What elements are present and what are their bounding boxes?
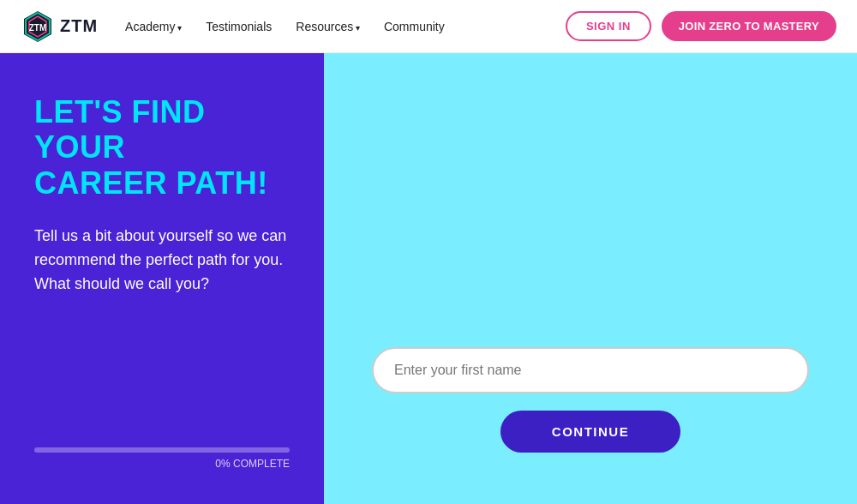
nav-link-community[interactable]: Community xyxy=(384,20,445,33)
nav-item-community[interactable]: Community xyxy=(384,19,445,34)
nav-item-academy[interactable]: Academy xyxy=(125,19,182,34)
navbar-left: ZTM ZTM Academy Testimonials Resources C… xyxy=(21,9,445,44)
heading-line2: CAREER PATH! xyxy=(34,165,268,201)
description: Tell us a bit about yourself so we can r… xyxy=(34,225,290,297)
heading: LET'S FIND YOUR CAREER PATH! xyxy=(34,94,290,201)
nav-item-resources[interactable]: Resources xyxy=(296,19,360,34)
nav-link-academy[interactable]: Academy xyxy=(125,20,182,33)
first-name-input[interactable] xyxy=(372,347,809,393)
nav-link-testimonials[interactable]: Testimonials xyxy=(206,20,272,33)
progress-bar-background xyxy=(34,447,290,453)
nav-link-resources[interactable]: Resources xyxy=(296,20,360,33)
sign-in-button[interactable]: SIGN IN xyxy=(566,11,651,41)
heading-line1: LET'S FIND YOUR xyxy=(34,94,206,165)
form-area: CONTINUE xyxy=(324,347,857,453)
logo-wordmark: ZTM xyxy=(60,16,98,36)
continue-button[interactable]: CONTINUE xyxy=(500,411,680,453)
main-content: LET'S FIND YOUR CAREER PATH! Tell us a b… xyxy=(0,53,857,504)
nav-links: Academy Testimonials Resources Community xyxy=(125,19,445,34)
logo-icon: ZTM xyxy=(21,9,55,44)
progress-container: 0% COMPLETE xyxy=(34,447,290,470)
nav-item-testimonials[interactable]: Testimonials xyxy=(206,19,272,34)
navbar-right: SIGN IN JOIN ZERO TO MASTERY xyxy=(566,11,836,41)
progress-label: 0% COMPLETE xyxy=(34,458,290,470)
left-panel: LET'S FIND YOUR CAREER PATH! Tell us a b… xyxy=(0,53,324,504)
right-panel: CONTINUE xyxy=(324,53,857,504)
navbar: ZTM ZTM Academy Testimonials Resources C… xyxy=(0,0,857,53)
logo[interactable]: ZTM ZTM xyxy=(21,9,98,44)
join-button[interactable]: JOIN ZERO TO MASTERY xyxy=(662,11,836,41)
svg-text:ZTM: ZTM xyxy=(29,23,47,33)
